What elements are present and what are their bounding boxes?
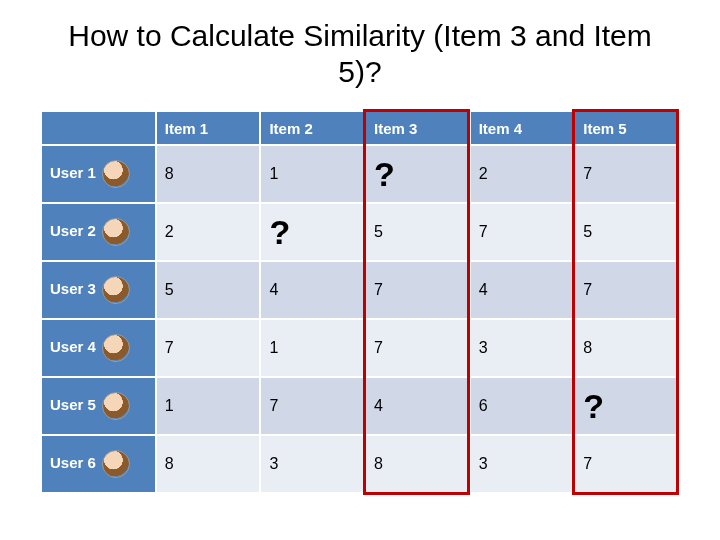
cell-value: 7 — [574, 261, 679, 319]
col-header: Item 2 — [260, 111, 365, 145]
cell-value: ? — [260, 203, 365, 261]
user-avatar-icon — [102, 334, 130, 362]
cell-value: ? — [365, 145, 470, 203]
cell-value: 5 — [156, 261, 261, 319]
table-row: User 181?27 — [41, 145, 679, 203]
cell-value: 7 — [260, 377, 365, 435]
cell-value: 7 — [470, 203, 575, 261]
row-label: User 5 — [41, 377, 156, 435]
col-header: Item 4 — [470, 111, 575, 145]
table-row: User 471738 — [41, 319, 679, 377]
cell-value: 8 — [574, 319, 679, 377]
header-blank — [41, 111, 156, 145]
cell-value: 4 — [470, 261, 575, 319]
col-header: Item 5 — [574, 111, 679, 145]
user-avatar-icon — [102, 218, 130, 246]
row-label: User 1 — [41, 145, 156, 203]
user-avatar-icon — [102, 276, 130, 304]
cell-value: 1 — [260, 319, 365, 377]
slide-title: How to Calculate Similarity (Item 3 and … — [0, 0, 720, 100]
cell-value: 1 — [260, 145, 365, 203]
row-label: User 3 — [41, 261, 156, 319]
table-row: User 683837 — [41, 435, 679, 493]
missing-value-icon: ? — [269, 213, 290, 251]
cell-value: 4 — [260, 261, 365, 319]
cell-value: 2 — [156, 203, 261, 261]
table-row: User 51746? — [41, 377, 679, 435]
cell-value: 8 — [156, 435, 261, 493]
cell-value: 6 — [470, 377, 575, 435]
cell-value: 7 — [365, 319, 470, 377]
user-avatar-icon — [102, 450, 130, 478]
col-header: Item 1 — [156, 111, 261, 145]
similarity-table: Item 1 Item 2 Item 3 Item 4 Item 5 User … — [40, 110, 680, 494]
cell-value: 3 — [260, 435, 365, 493]
cell-value: 2 — [470, 145, 575, 203]
table-row: User 22?575 — [41, 203, 679, 261]
cell-value: 7 — [365, 261, 470, 319]
cell-value: 3 — [470, 319, 575, 377]
cell-value: 1 — [156, 377, 261, 435]
missing-value-icon: ? — [583, 387, 604, 425]
missing-value-icon: ? — [374, 155, 395, 193]
table-container: Item 1 Item 2 Item 3 Item 4 Item 5 User … — [40, 110, 680, 494]
cell-value: 5 — [574, 203, 679, 261]
cell-value: ? — [574, 377, 679, 435]
cell-value: 7 — [574, 145, 679, 203]
row-label: User 6 — [41, 435, 156, 493]
col-header: Item 3 — [365, 111, 470, 145]
cell-value: 8 — [156, 145, 261, 203]
user-avatar-icon — [102, 392, 130, 420]
cell-value: 5 — [365, 203, 470, 261]
user-avatar-icon — [102, 160, 130, 188]
cell-value: 3 — [470, 435, 575, 493]
cell-value: 7 — [156, 319, 261, 377]
table-row: User 354747 — [41, 261, 679, 319]
cell-value: 8 — [365, 435, 470, 493]
row-label: User 2 — [41, 203, 156, 261]
row-label: User 4 — [41, 319, 156, 377]
cell-value: 4 — [365, 377, 470, 435]
cell-value: 7 — [574, 435, 679, 493]
